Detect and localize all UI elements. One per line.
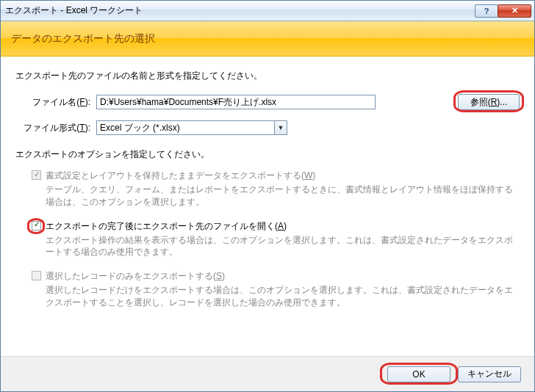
titlebar: エクスポート - Excel ワークシート ? ✕ — [1, 1, 534, 21]
fileformat-label: ファイル形式(T): — [15, 122, 96, 134]
content-area: エクスポート先のファイルの名前と形式を指定してください。 ファイル名(F): 参… — [1, 57, 534, 356]
browse-button-wrap: 参照(R)... — [458, 94, 520, 110]
cancel-button[interactable]: キャンセル — [458, 366, 521, 382]
chevron-down-icon: ▼ — [274, 121, 287, 134]
help-button[interactable]: ? — [475, 4, 498, 18]
option1-desc: テーブル、クエリ、フォーム、またはレポートをエクスポートするときに、書式情報とレ… — [46, 184, 520, 208]
header-band: データのエクスポート先の選択 — [1, 21, 534, 57]
header-title: データのエクスポート先の選択 — [11, 32, 155, 46]
browse-button[interactable]: 参照(R)... — [458, 94, 520, 110]
option-preserve-formatting: 書式設定とレイアウトを保持したままデータをエクスポートする(W) テーブル、クエ… — [15, 170, 520, 217]
filename-label: ファイル名(F): — [15, 96, 96, 109]
option3-desc: 選択したレコードだけをエクスポートする場合は、このオプションを選択します。これは… — [46, 284, 520, 309]
footer: OK キャンセル — [1, 356, 534, 391]
ok-button[interactable]: OK — [387, 366, 450, 382]
option2-title: エクスポートの完了後にエクスポート先のファイルを開く(A) — [46, 220, 520, 233]
option-open-after-export: エクスポートの完了後にエクスポート先のファイルを開く(A) エクスポート操作の結… — [15, 220, 520, 268]
fileformat-value: Excel ブック (*.xlsx) — [97, 122, 274, 134]
options-section-label: エクスポートのオプションを指定してください。 — [15, 148, 520, 161]
instruction-text: エクスポート先のファイルの名前と形式を指定してください。 — [15, 70, 520, 82]
export-dialog: エクスポート - Excel ワークシート ? ✕ データのエクスポート先の選択… — [0, 0, 535, 392]
checkbox-preserve-formatting — [32, 170, 41, 180]
option3-title: 選択したレコードのみをエクスポートする(S) — [46, 270, 520, 283]
filename-input[interactable] — [96, 95, 376, 109]
checkbox-open-after-export[interactable] — [32, 221, 41, 231]
fileformat-select[interactable]: Excel ブック (*.xlsx) ▼ — [96, 120, 287, 135]
ok-button-wrap: OK — [387, 366, 450, 382]
filename-row: ファイル名(F): 参照(R)... — [15, 94, 520, 110]
fileformat-row: ファイル形式(T): Excel ブック (*.xlsx) ▼ — [15, 120, 520, 135]
option2-desc: エクスポート操作の結果を表示する場合は、このオプションを選択します。これは、書式… — [46, 234, 520, 259]
option-selected-records-only: 選択したレコードのみをエクスポートする(S) 選択したレコードだけをエクスポート… — [15, 270, 520, 318]
window-title: エクスポート - Excel ワークシート — [5, 4, 475, 17]
option1-title: 書式設定とレイアウトを保持したままデータをエクスポートする(W) — [46, 170, 520, 182]
checkbox-selected-records-only — [32, 271, 41, 280]
close-button[interactable]: ✕ — [498, 4, 531, 18]
window-controls: ? ✕ — [475, 4, 531, 18]
